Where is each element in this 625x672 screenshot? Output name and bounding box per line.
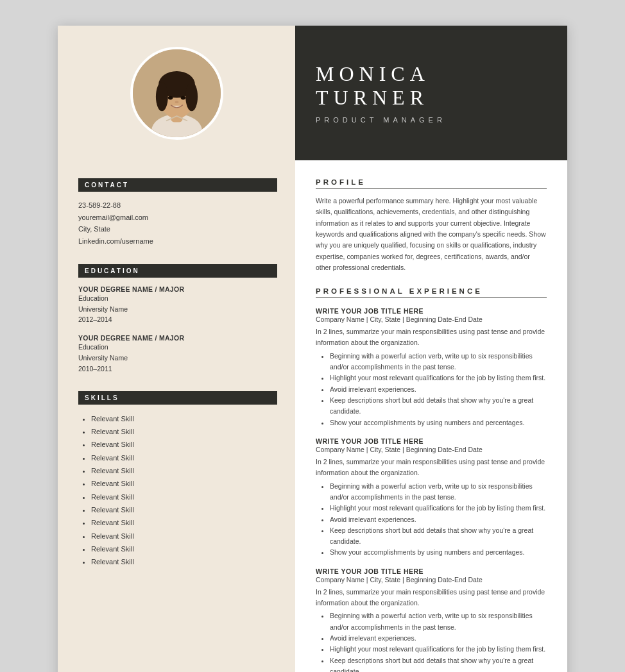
- education-section: EDUCATION YOUR DEGREE NAME / MAJOR Educa…: [78, 264, 277, 374]
- skill-11: Relevant Skill: [91, 542, 277, 555]
- edu-field-2: Education: [78, 342, 277, 353]
- job-company-2: Company Name | City, State | Beginning D…: [316, 446, 547, 453]
- resume-main: PROFILE Write a powerful performance sum…: [295, 160, 567, 672]
- job-desc-1: In 2 lines, summarize your main responsi…: [316, 326, 547, 348]
- skills-list: Relevant Skill Relevant Skill Relevant S…: [78, 412, 277, 569]
- bullet-1-3: Avoid irrelevant experiences.: [330, 384, 547, 395]
- header-photo-area: [58, 26, 295, 160]
- edu-school-1: University Name: [78, 304, 277, 315]
- resume-sidebar: CONTACT 23-589-22-88 youremail@gmail.com…: [58, 160, 295, 672]
- bullet-3-1: Beginning with a powerful action verb, w…: [330, 610, 547, 633]
- job-company-1: Company Name | City, State | Beginning D…: [316, 315, 547, 323]
- skills-heading: SKILLS: [78, 391, 277, 405]
- contact-info: 23-589-22-88 youremail@gmail.com City, S…: [78, 199, 277, 248]
- job-title-3: WRITE YOUR JOB TITLE HERE: [316, 567, 547, 575]
- bullet-1-2: Highlight your most relevant qualificati…: [330, 373, 547, 383]
- skill-10: Relevant Skill: [91, 530, 277, 542]
- bullet-3-2: Avoid irrelevant experiences.: [330, 633, 547, 644]
- profile-heading: PROFILE: [316, 178, 547, 189]
- bullet-2-4: Keep descriptions short but add details …: [330, 525, 547, 548]
- edu-school-2: University Name: [78, 353, 277, 364]
- job-bullets-1: Beginning with a powerful action verb, w…: [316, 351, 547, 428]
- contact-location: City, State: [78, 223, 277, 235]
- candidate-title: PRODUCT MANAGER: [316, 116, 547, 124]
- bullet-3-3: Highlight your most relevant qualificati…: [330, 644, 547, 655]
- edu-degree-2: YOUR DEGREE NAME / MAJOR: [78, 334, 277, 342]
- header-info: MONICA TURNER PRODUCT MANAGER: [295, 26, 567, 160]
- bullet-1-4: Keep descriptions short but add details …: [330, 395, 547, 417]
- skill-12: Relevant Skill: [91, 555, 277, 568]
- skills-section: SKILLS Relevant Skill Relevant Skill Rel…: [78, 391, 277, 569]
- bullet-2-2: Highlight your most relevant qualificati…: [330, 503, 547, 514]
- skill-3: Relevant Skill: [91, 438, 277, 451]
- job-bullets-2: Beginning with a powerful action verb, w…: [316, 481, 547, 559]
- edu-years-1: 2012–2014: [78, 314, 277, 325]
- avatar: [130, 47, 223, 140]
- skill-7: Relevant Skill: [91, 491, 277, 503]
- edu-years-2: 2010–2011: [78, 364, 277, 374]
- job-bullets-3: Beginning with a powerful action verb, w…: [316, 610, 547, 672]
- edu-field-1: Education: [78, 293, 277, 304]
- job-desc-2: In 2 lines, summarize your main responsi…: [316, 457, 547, 478]
- resume-header: MONICA TURNER PRODUCT MANAGER: [58, 26, 567, 160]
- bullet-1-1: Beginning with a powerful action verb, w…: [330, 351, 547, 373]
- skill-8: Relevant Skill: [91, 503, 277, 516]
- skill-5: Relevant Skill: [91, 464, 277, 477]
- experience-heading: PROFESSIONAL EXPERIENCE: [316, 287, 547, 298]
- skill-9: Relevant Skill: [91, 516, 277, 529]
- resume-body: CONTACT 23-589-22-88 youremail@gmail.com…: [58, 160, 567, 672]
- skill-2: Relevant Skill: [91, 425, 277, 438]
- contact-email: youremail@gmail.com: [78, 212, 277, 224]
- contact-section: CONTACT 23-589-22-88 youremail@gmail.com…: [78, 178, 277, 248]
- job-desc-3: In 2 lines, summarize your main responsi…: [316, 587, 547, 609]
- job-item-3: WRITE YOUR JOB TITLE HERE Company Name |…: [316, 567, 547, 672]
- job-item-1: WRITE YOUR JOB TITLE HERE Company Name |…: [316, 307, 547, 428]
- bullet-2-1: Beginning with a powerful action verb, w…: [330, 481, 547, 503]
- experience-section: PROFESSIONAL EXPERIENCE WRITE YOUR JOB T…: [316, 287, 547, 672]
- job-title-1: WRITE YOUR JOB TITLE HERE: [316, 307, 547, 315]
- svg-point-5: [155, 82, 167, 111]
- education-heading: EDUCATION: [78, 264, 277, 278]
- contact-linkedin: Linkedin.com/username: [78, 235, 277, 248]
- edu-degree-1: YOUR DEGREE NAME / MAJOR: [78, 285, 277, 293]
- candidate-name: MONICA TURNER: [316, 62, 547, 110]
- svg-point-6: [185, 82, 198, 111]
- education-item-2: YOUR DEGREE NAME / MAJOR Education Unive…: [78, 334, 277, 374]
- bullet-1-5: Show your accomplishments by using numbe…: [330, 417, 547, 428]
- bullet-2-3: Avoid irrelevant experiences.: [330, 514, 547, 525]
- job-title-2: WRITE YOUR JOB TITLE HERE: [316, 437, 547, 445]
- profile-text: Write a powerful performance summary her…: [316, 196, 547, 273]
- education-item-1: YOUR DEGREE NAME / MAJOR Education Unive…: [78, 285, 277, 325]
- job-item-2: WRITE YOUR JOB TITLE HERE Company Name |…: [316, 437, 547, 559]
- skill-6: Relevant Skill: [91, 477, 277, 490]
- contact-heading: CONTACT: [78, 178, 277, 192]
- svg-point-9: [175, 101, 178, 103]
- job-company-3: Company Name | City, State | Beginning D…: [316, 576, 547, 584]
- bullet-2-5: Show your accomplishments by using numbe…: [330, 547, 547, 558]
- bullet-3-4: Keep descriptions short but add details …: [330, 655, 547, 672]
- profile-section: PROFILE Write a powerful performance sum…: [316, 178, 547, 273]
- svg-point-7: [167, 96, 173, 99]
- svg-point-8: [180, 96, 185, 99]
- resume-document: MONICA TURNER PRODUCT MANAGER CONTACT 23…: [58, 26, 567, 672]
- skill-4: Relevant Skill: [91, 451, 277, 464]
- skill-1: Relevant Skill: [91, 412, 277, 425]
- contact-phone: 23-589-22-88: [78, 199, 277, 212]
